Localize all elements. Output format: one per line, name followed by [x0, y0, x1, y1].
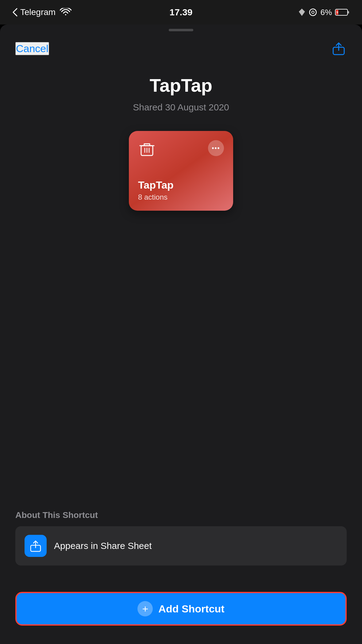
battery-icon: [335, 8, 350, 16]
alarm-icon: [309, 8, 317, 17]
status-right: 6%: [298, 8, 350, 17]
more-button[interactable]: •••: [208, 140, 224, 156]
share-sheet-icon: [29, 540, 42, 552]
shortcut-date: Shared 30 August 2020: [133, 102, 229, 113]
main-body: TapTap Shared 30 August 2020 ••• TapTap: [0, 63, 362, 293]
add-shortcut-label: Add Shortcut: [158, 603, 224, 615]
svg-point-0: [310, 9, 316, 16]
status-left: Telegram: [12, 7, 71, 17]
cancel-button[interactable]: Cancel: [15, 42, 49, 55]
card-actions: 8 actions: [138, 193, 224, 201]
add-shortcut-button[interactable]: + Add Shortcut: [15, 592, 347, 626]
status-time: 17.39: [169, 7, 192, 17]
spacer: [0, 293, 362, 510]
status-app-name: Telegram: [12, 7, 56, 17]
card-bottom: TapTap 8 actions: [138, 179, 224, 201]
card-top: •••: [138, 140, 224, 158]
about-section: About This Shortcut Appears in Share She…: [0, 510, 362, 592]
share-button[interactable]: [331, 40, 347, 56]
main-sheet: Cancel TapTap Shared 30 August 2020: [0, 25, 362, 644]
svg-rect-3: [348, 11, 349, 13]
battery-percent: 6%: [320, 8, 332, 17]
shortcut-title: TapTap: [150, 75, 212, 96]
back-arrow-icon: [12, 8, 18, 17]
card-name: TapTap: [138, 179, 224, 191]
share-sheet-label: Appears in Share Sheet: [54, 541, 152, 551]
wifi-icon: [60, 8, 71, 17]
location-icon: [298, 8, 306, 17]
add-shortcut-plus-icon: +: [137, 601, 153, 616]
trash-icon: [138, 140, 156, 158]
svg-point-1: [312, 11, 314, 13]
share-icon: [332, 42, 345, 55]
three-dots-icon: •••: [212, 145, 220, 152]
add-shortcut-container: + Add Shortcut: [0, 592, 362, 644]
shortcut-card[interactable]: ••• TapTap 8 actions: [129, 131, 233, 211]
about-section-title: About This Shortcut: [15, 510, 347, 520]
status-bar: Telegram 17.39 6%: [0, 0, 362, 25]
share-sheet-icon-wrap: [25, 535, 47, 557]
about-share-sheet-item: Appears in Share Sheet: [15, 526, 347, 565]
nav-bar: Cancel: [0, 34, 362, 63]
handle-bar: [169, 29, 193, 31]
